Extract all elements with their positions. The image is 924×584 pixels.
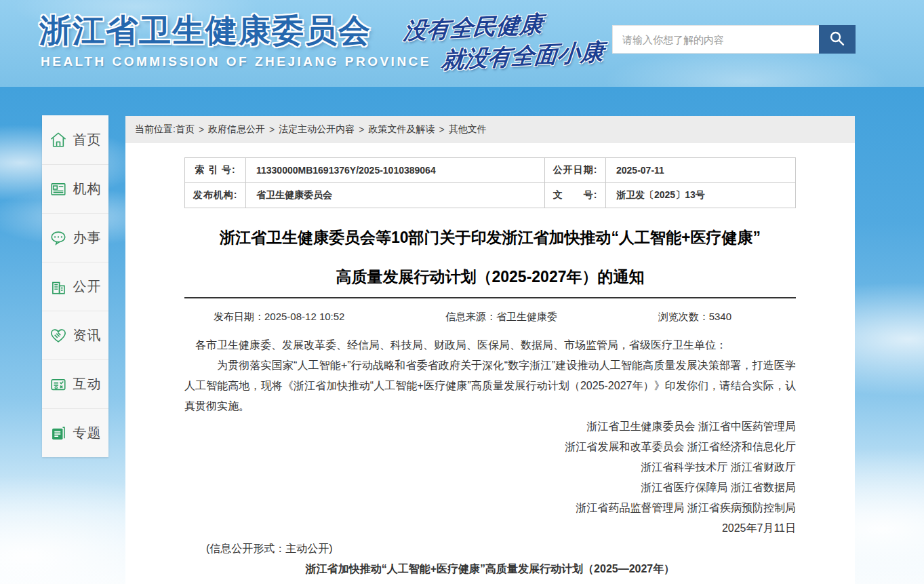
- site-search: [612, 25, 856, 54]
- search-icon: [828, 30, 846, 50]
- news-icon: [49, 327, 67, 345]
- organization-icon: [49, 180, 67, 198]
- issuing-agency-label: 发布机构:: [185, 183, 246, 208]
- doc-number-label: 文 号:: [545, 183, 606, 208]
- breadcrumb-item-gov-info[interactable]: 政府信息公开: [208, 123, 265, 136]
- table-row: 发布机构: 省卫生健康委员会 文 号: 浙卫发〔2025〕13号: [185, 183, 796, 208]
- sidebar-item-organization[interactable]: 机构: [42, 164, 108, 213]
- publish-date-value: 2025-07-11: [606, 158, 796, 183]
- index-number-label: 索 引 号:: [185, 158, 246, 183]
- breadcrumb-prefix: 当前位置:: [135, 123, 176, 136]
- article-content: 索 引 号: 11330000MB1691376Y/2025-101038906…: [125, 143, 855, 579]
- signature-line: 浙江省药品监督管理局 浙江省疾病预防控制局: [184, 498, 796, 518]
- sidebar-item-label: 资讯: [73, 326, 102, 345]
- disclosure-note: (信息公开形式：主动公开): [184, 539, 796, 559]
- search-button[interactable]: [819, 25, 856, 54]
- issuing-agency-value: 省卫生健康委员会: [246, 183, 545, 208]
- breadcrumb: 当前位置:首页 > 政府信息公开 > 法定主动公开内容 > 政策文件及解读 > …: [125, 116, 855, 143]
- breadcrumb-separator: >: [269, 124, 275, 135]
- topics-icon: [49, 425, 67, 442]
- services-icon: [49, 229, 67, 247]
- sidebar-item-label: 互动: [73, 375, 102, 393]
- sidebar-item-label: 机构: [73, 180, 102, 198]
- breadcrumb-item-home[interactable]: 首页: [176, 123, 195, 136]
- body-paragraph: 为贯彻落实国家“人工智能+”行动战略和省委省政府关于深化“数字浙江”建设推动人工…: [184, 355, 796, 416]
- main-panel: 当前位置:首页 > 政府信息公开 > 法定主动公开内容 > 政策文件及解读 > …: [125, 116, 855, 584]
- site-subtitle: HEALTH COMMISSION OF ZHEJIANG PROVINCE: [41, 54, 431, 69]
- sidebar-item-topics[interactable]: 专题: [42, 408, 108, 457]
- sidebar-item-label: 专题: [73, 424, 102, 442]
- breadcrumb-separator: >: [439, 124, 444, 135]
- search-input[interactable]: [612, 25, 819, 54]
- page-title-line2: 高质量发展行动计划（2025-2027年）的通知: [184, 257, 796, 296]
- interaction-icon: [49, 376, 67, 393]
- page-title: 浙江省卫生健康委员会等10部门关于印发浙江省加快推动“人工智能+医疗健康” 高质…: [184, 218, 796, 296]
- breadcrumb-item-statutory[interactable]: 法定主动公开内容: [279, 123, 355, 136]
- salutation-paragraph: 各市卫生健康委、发展改革委、经信局、科技局、财政局、医保局、数据局、市场监管局，…: [184, 335, 796, 355]
- attachment-title: 浙江省加快推动“人工智能+医疗健康”高质量发展行动计划（2025—2027年）: [184, 559, 796, 579]
- sidebar-item-services[interactable]: 办事: [42, 213, 108, 262]
- site-header: 浙江省卫生健康委员会 HEALTH COMMISSION OF ZHEJIANG…: [0, 0, 924, 87]
- sidebar-item-interaction[interactable]: 互动: [42, 359, 108, 408]
- article-meta: 发布日期：2025-08-12 10:52 信息来源：省卫生健康委 浏览次数：5…: [184, 307, 796, 327]
- sidebar-item-news[interactable]: 资讯: [42, 311, 108, 359]
- meta-view-count: 浏览次数：5340: [658, 311, 731, 324]
- sidebar-item-label: 办事: [73, 229, 102, 247]
- signature-date: 2025年7月11日: [184, 518, 796, 539]
- doc-info-table: 索 引 号: 11330000MB1691376Y/2025-101038906…: [184, 157, 796, 208]
- breadcrumb-item-policy-docs[interactable]: 政策文件及解读: [368, 123, 435, 136]
- signature-line: 浙江省医疗保障局 浙江省数据局: [184, 478, 796, 498]
- sidebar-item-home[interactable]: 首页: [42, 115, 108, 164]
- disclosure-icon: [49, 278, 67, 296]
- sidebar-item-disclosure[interactable]: 公开: [42, 262, 108, 311]
- title-divider: [184, 297, 796, 298]
- home-icon: [49, 131, 67, 149]
- signature-block: 浙江省卫生健康委员会 浙江省中医药管理局 浙江省发展和改革委员会 浙江省经济和信…: [184, 416, 796, 539]
- article-body: 各市卫生健康委、发展改革委、经信局、科技局、财政局、医保局、数据局、市场监管局，…: [184, 335, 796, 416]
- signature-line: 浙江省科学技术厅 浙江省财政厅: [184, 457, 796, 478]
- meta-publish-date: 发布日期：2025-08-12 10:52: [214, 311, 344, 324]
- signature-line: 浙江省发展和改革委员会 浙江省经济和信息化厅: [184, 437, 796, 457]
- sidebar-item-label: 首页: [73, 131, 102, 149]
- site-title: 浙江省卫生健康委员会: [39, 9, 371, 52]
- publish-date-label: 公开日期:: [545, 158, 606, 183]
- sidebar-item-label: 公开: [73, 277, 102, 296]
- breadcrumb-separator: >: [359, 124, 364, 135]
- page: 浙江省卫生健康委员会 HEALTH COMMISSION OF ZHEJIANG…: [0, 0, 924, 584]
- page-title-line1: 浙江省卫生健康委员会等10部门关于印发浙江省加快推动“人工智能+医疗健康”: [184, 218, 796, 257]
- breadcrumb-item-other-docs[interactable]: 其他文件: [449, 123, 487, 136]
- table-row: 索 引 号: 11330000MB1691376Y/2025-101038906…: [185, 158, 796, 183]
- signature-line: 浙江省卫生健康委员会 浙江省中医药管理局: [184, 416, 796, 437]
- index-number-value: 11330000MB1691376Y/2025-1010389064: [246, 158, 545, 183]
- sidebar-nav: 首页 机构 办事: [42, 115, 108, 457]
- meta-source: 信息来源：省卫生健康委: [445, 311, 557, 324]
- doc-number-value: 浙卫发〔2025〕13号: [606, 183, 796, 208]
- breadcrumb-separator: >: [199, 124, 204, 135]
